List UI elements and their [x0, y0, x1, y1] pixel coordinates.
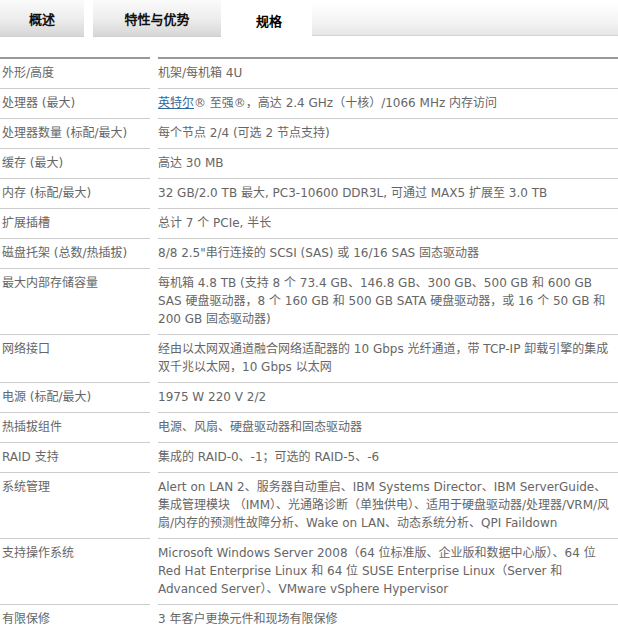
spec-value: 8/8 2.5"串行连接的 SCSI (SAS) 或 16/16 SAS 固态驱… — [158, 239, 618, 269]
spec-label: 扩展插槽 — [0, 209, 150, 239]
column-gap — [150, 209, 158, 239]
spec-value: 每个节点 2/4 (可选 2 节点支持) — [158, 119, 618, 149]
tab-overview[interactable]: 概述 — [0, 0, 84, 37]
column-gap — [150, 119, 158, 149]
tab-divider — [221, 0, 230, 37]
spec-row: 处理器 (最大) 英特尔® 至强®，高达 2.4 GHz（十核）/1066 MH… — [0, 89, 618, 119]
column-gap — [150, 383, 158, 413]
column-gap — [150, 473, 158, 539]
spec-row: RAID 支持 集成的 RAID-0、-1；可选的 RAID-5、-6 — [0, 443, 618, 473]
column-gap — [150, 179, 158, 209]
spec-row: 内存 (标配/最大) 32 GB/2.0 TB 最大, PC3-10600 DD… — [0, 179, 618, 209]
spec-value: Microsoft Windows Server 2008（64 位标准版、企业… — [158, 539, 618, 605]
spec-label: 热插拔组件 — [0, 413, 150, 443]
spec-value: Alert on LAN 2、服务器自动重启、IBM Systems Direc… — [158, 473, 618, 539]
column-gap — [150, 89, 158, 119]
spec-value: 集成的 RAID-0、-1；可选的 RAID-5、-6 — [158, 443, 618, 473]
spec-label: 最大内部存储容量 — [0, 269, 150, 335]
spec-label: 网络接口 — [0, 335, 150, 383]
spec-value: 机架/每机箱 4U — [158, 57, 618, 89]
tab-bar: 概述 特性与优势 规格 — [0, 0, 618, 40]
tab-features[interactable]: 特性与优势 — [93, 0, 221, 37]
spec-value-text: ® 至强®，高达 2.4 GHz（十核）/1066 MHz 内存访问 — [194, 96, 497, 110]
spec-label: 处理器数量 (标配/最大) — [0, 119, 150, 149]
spec-label: 内存 (标配/最大) — [0, 179, 150, 209]
spec-value: 英特尔® 至强®，高达 2.4 GHz（十核）/1066 MHz 内存访问 — [158, 89, 618, 119]
spec-value: 1975 W 220 V 2/2 — [158, 383, 618, 413]
spec-value: 每机箱 4.8 TB (支持 8 个 73.4 GB、146.8 GB、300 … — [158, 269, 618, 335]
spec-row: 外形/高度 机架/每机箱 4U — [0, 57, 618, 89]
column-gap — [150, 413, 158, 443]
spec-value: 电源、风扇、硬盘驱动器和固态驱动器 — [158, 413, 618, 443]
column-gap — [150, 443, 158, 473]
intel-link[interactable]: 英特尔 — [158, 96, 194, 110]
spec-label: 磁盘托架 (总数/热插拔) — [0, 239, 150, 269]
column-gap — [150, 269, 158, 335]
spec-value: 32 GB/2.0 TB 最大, PC3-10600 DDR3L, 可通过 MA… — [158, 179, 618, 209]
spec-row: 热插拔组件 电源、风扇、硬盘驱动器和固态驱动器 — [0, 413, 618, 443]
column-gap — [150, 335, 158, 383]
spec-row: 有限保修 3 年客户更换元件和现场有限保修 — [0, 605, 618, 628]
tab-bar-filler — [312, 2, 618, 36]
spec-row: 系统管理 Alert on LAN 2、服务器自动重启、IBM Systems … — [0, 473, 618, 539]
spec-row: 处理器数量 (标配/最大) 每个节点 2/4 (可选 2 节点支持) — [0, 119, 618, 149]
column-gap — [150, 57, 158, 89]
tab-divider — [84, 0, 93, 37]
column-gap — [150, 239, 158, 269]
spec-row: 缓存 (最大) 高达 30 MB — [0, 149, 618, 179]
spec-label: 电源 (标配/最大) — [0, 383, 150, 413]
spec-label: 系统管理 — [0, 473, 150, 539]
spec-row: 电源 (标配/最大) 1975 W 220 V 2/2 — [0, 383, 618, 413]
column-gap — [150, 605, 158, 628]
column-gap — [150, 539, 158, 605]
spec-row: 最大内部存储容量 每机箱 4.8 TB (支持 8 个 73.4 GB、146.… — [0, 269, 618, 335]
spec-label: 外形/高度 — [0, 57, 150, 89]
spec-label: 缓存 (最大) — [0, 149, 150, 179]
spec-value: 高达 30 MB — [158, 149, 618, 179]
spec-value: 总计 7 个 PCIe, 半长 — [158, 209, 618, 239]
spec-value: 3 年客户更换元件和现场有限保修 — [158, 605, 618, 628]
spec-table: 外形/高度 机架/每机箱 4U 处理器 (最大) 英特尔® 至强®，高达 2.4… — [0, 57, 618, 628]
spec-row: 网络接口 经由以太网双通道融合网络适配器的 10 Gbps 光纤通道，带 TCP… — [0, 335, 618, 383]
spec-row: 磁盘托架 (总数/热插拔) 8/8 2.5"串行连接的 SCSI (SAS) 或… — [0, 239, 618, 269]
tab-specs[interactable]: 规格 — [230, 0, 308, 40]
spec-page: 概述 特性与优势 规格 外形/高度 机架/每机箱 4U 处理器 (最大) 英特尔… — [0, 0, 618, 628]
spec-row: 扩展插槽 总计 7 个 PCIe, 半长 — [0, 209, 618, 239]
column-gap — [150, 149, 158, 179]
spec-label: 支持操作系统 — [0, 539, 150, 605]
spec-value: 经由以太网双通道融合网络适配器的 10 Gbps 光纤通道，带 TCP-IP 卸… — [158, 335, 618, 383]
spec-label: 有限保修 — [0, 605, 150, 628]
spec-row: 支持操作系统 Microsoft Windows Server 2008（64 … — [0, 539, 618, 605]
spec-label: 处理器 (最大) — [0, 89, 150, 119]
spec-label: RAID 支持 — [0, 443, 150, 473]
